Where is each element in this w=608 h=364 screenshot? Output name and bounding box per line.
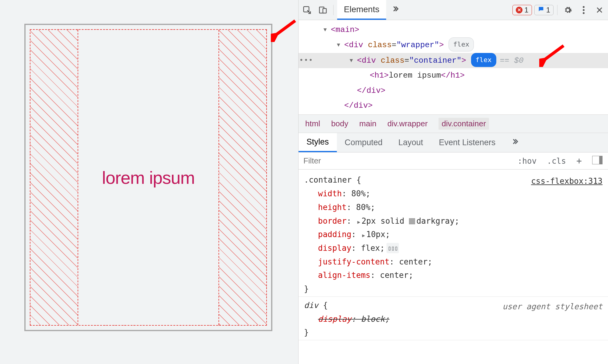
css-declaration[interactable]: border: ▶2px solid darkgray; bbox=[304, 214, 603, 228]
expand-icon[interactable]: ▼ bbox=[350, 55, 357, 66]
flex-badge[interactable]: flex bbox=[449, 37, 474, 51]
dom-node-h1[interactable]: <h1>lorem ipsum</h1> bbox=[299, 68, 608, 83]
dom-tree[interactable]: ▼<main> ▼<div class="wrapper"> flex •••▼… bbox=[299, 20, 608, 114]
message-count: 1 bbox=[546, 6, 550, 14]
message-icon bbox=[538, 6, 544, 14]
subtab-layout[interactable]: Layout bbox=[390, 134, 431, 152]
error-count: 1 bbox=[524, 6, 528, 14]
svg-point-6 bbox=[583, 12, 585, 14]
expand-shorthand-icon[interactable]: ▶ bbox=[357, 219, 360, 225]
flex-editor-icon[interactable]: ▯▯▯ bbox=[386, 243, 399, 253]
device-toggle-icon[interactable] bbox=[316, 3, 330, 17]
subtab-computed[interactable]: Computed bbox=[337, 134, 391, 152]
rule-source-link[interactable]: css-flexbox:313 bbox=[531, 174, 603, 188]
close-icon[interactable] bbox=[593, 3, 606, 17]
preview-heading: lorem ipsum bbox=[102, 167, 195, 188]
flex-badge-active[interactable]: flex bbox=[471, 53, 496, 67]
preview-container: lorem ipsum bbox=[24, 24, 272, 331]
css-declaration[interactable]: display: flex;▯▯▯ bbox=[304, 241, 603, 255]
tab-elements[interactable]: Elements bbox=[337, 0, 386, 20]
more-tabs-icon[interactable] bbox=[389, 5, 403, 15]
css-declaration[interactable]: height: 80%; bbox=[304, 201, 603, 214]
dom-node-div-close[interactable]: </div> bbox=[299, 98, 608, 113]
crumb-main[interactable]: main bbox=[359, 119, 376, 128]
styles-filter-row: :hov .cls + bbox=[299, 152, 608, 170]
styles-pane: css-flexbox:313 .container { width: 80%;… bbox=[299, 170, 608, 364]
svg-rect-3 bbox=[323, 9, 326, 13]
rule-source-ua: user agent stylesheet bbox=[502, 300, 603, 313]
crumb-body[interactable]: body bbox=[331, 119, 348, 128]
error-badge[interactable]: ✕ 1 bbox=[512, 5, 532, 15]
css-declaration[interactable]: justify-content: center; bbox=[304, 255, 603, 269]
flex-overlay-outer: lorem ipsum bbox=[30, 29, 267, 326]
expand-icon[interactable]: ▼ bbox=[323, 25, 331, 35]
expand-shorthand-icon[interactable]: ▶ bbox=[362, 233, 365, 238]
dom-node-main[interactable]: ▼<main> bbox=[299, 23, 608, 37]
css-declaration[interactable]: width: 80%; bbox=[304, 187, 603, 201]
dom-node-div-close[interactable]: </div> bbox=[299, 83, 608, 98]
ellipsis-icon[interactable]: ••• bbox=[299, 54, 313, 68]
toolbar-separator bbox=[557, 5, 557, 15]
expand-icon[interactable]: ▼ bbox=[337, 40, 344, 50]
crumb-wrapper[interactable]: div.wrapper bbox=[387, 119, 428, 128]
css-rule-container[interactable]: css-flexbox:313 .container { width: 80%;… bbox=[299, 171, 608, 296]
flex-overlay-inner: lorem ipsum bbox=[78, 30, 219, 325]
gear-icon[interactable] bbox=[561, 3, 575, 17]
css-declaration[interactable]: padding: ▶10px; bbox=[304, 228, 603, 241]
hov-toggle[interactable]: :hov bbox=[515, 155, 539, 167]
subtab-styles[interactable]: Styles bbox=[299, 133, 337, 152]
css-declaration-overridden[interactable]: display: block; bbox=[304, 312, 603, 326]
rule-selector[interactable]: .container bbox=[304, 175, 352, 184]
color-swatch-icon[interactable] bbox=[409, 218, 415, 224]
crumb-container[interactable]: div.container bbox=[439, 118, 489, 130]
rule-selector: div bbox=[304, 301, 318, 310]
kebab-icon[interactable] bbox=[577, 3, 590, 17]
toggle-sidebar-icon[interactable] bbox=[590, 155, 605, 167]
styles-subtabs: Styles Computed Layout Event Listeners bbox=[299, 133, 608, 152]
message-badge[interactable]: 1 bbox=[534, 5, 554, 15]
inspect-icon[interactable] bbox=[300, 3, 314, 17]
toolbar-separator bbox=[333, 5, 334, 15]
annotation-arrow-right bbox=[539, 43, 567, 67]
svg-line-0 bbox=[274, 21, 295, 36]
svg-point-5 bbox=[583, 9, 585, 11]
annotation-arrow-left bbox=[271, 18, 298, 42]
new-rule-button[interactable]: + bbox=[574, 154, 584, 167]
styles-filter-input[interactable] bbox=[299, 152, 515, 169]
css-rule-ua[interactable]: user agent stylesheet div { display: blo… bbox=[299, 297, 608, 340]
subtab-event-listeners[interactable]: Event Listeners bbox=[431, 134, 503, 152]
devtools-toolbar: Elements ✕ 1 1 bbox=[299, 0, 608, 20]
devtools-panel: Elements ✕ 1 1 bbox=[298, 0, 608, 364]
svg-point-4 bbox=[583, 6, 585, 8]
css-declaration[interactable]: align-items: center; bbox=[304, 268, 603, 282]
selected-node-marker: == $0 bbox=[500, 56, 524, 65]
error-dot-icon: ✕ bbox=[516, 7, 522, 13]
breadcrumb: html body main div.wrapper div.container bbox=[299, 114, 608, 133]
page-preview: lorem ipsum bbox=[0, 0, 298, 364]
cls-toggle[interactable]: .cls bbox=[544, 155, 568, 167]
svg-line-7 bbox=[543, 46, 564, 61]
more-subtabs-icon[interactable] bbox=[503, 133, 527, 152]
crumb-html[interactable]: html bbox=[305, 119, 320, 128]
